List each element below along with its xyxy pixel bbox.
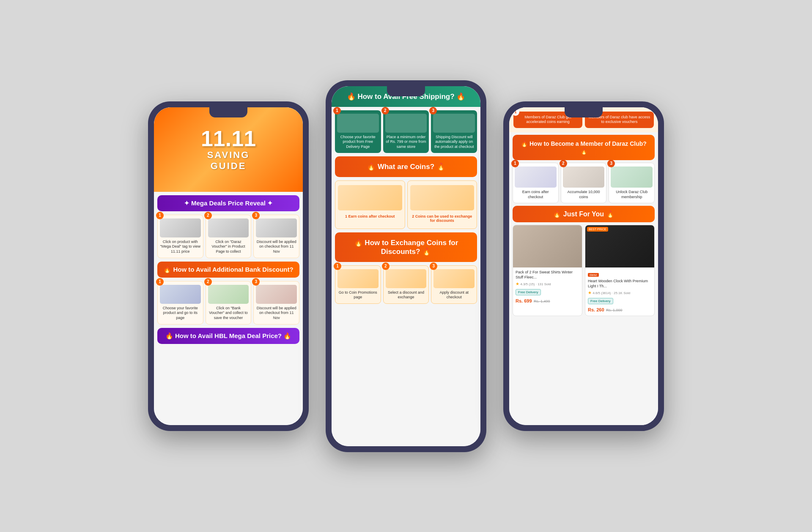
shipping-step-text-1: Choose your favorite product from Free D…: [337, 135, 379, 150]
phone-right: 1 Members of Daraz Club get accelerated …: [503, 101, 664, 431]
just-for-you-text: 🔥 Just For You 🔥: [553, 210, 614, 218]
daraz-badge-wrapper: daraz: [588, 270, 652, 278]
shipping-step-img-2: [385, 114, 427, 133]
product-img-1: [513, 225, 582, 267]
exchange-step-text-1: Go to Coin Promotions page: [337, 290, 379, 300]
mega-deals-banner: ✦ Mega Deals Price Reveal ✦: [157, 195, 299, 211]
how-to-become-text: 🔥 How to Become a Member of Daraz Club? …: [521, 140, 647, 155]
step-text-2: Click on "Daraz Voucher" in Product Page…: [208, 240, 249, 254]
exchange-step-img-3: [433, 269, 475, 288]
hbl-title: 🔥 How to Avail HBL Mega Deal Price? 🔥: [165, 332, 291, 340]
product-title-1: Pack of 2 For Sweat Shirts Winter Stuff …: [516, 270, 579, 280]
notch-left: [209, 107, 247, 117]
product-price-2: Rs. 260: [588, 307, 604, 312]
exchange-step-3: 3 Apply discount at checkout: [431, 265, 477, 304]
bank-step-1: 1 Choose your favorite product and go to…: [157, 281, 203, 325]
step-box-3: 3 Discount will be applied on checkout f…: [253, 215, 299, 258]
bank-step-text-3: Discount will be applied on checkout fro…: [256, 306, 297, 321]
coin-img-2: [410, 185, 475, 210]
phone-center: 🔥 How to Avail Free Shipping? 🔥 1 Choose…: [326, 80, 486, 452]
product-info-2: daraz Heart Wooden Clock With Premium Li…: [585, 267, 654, 315]
just-for-you-banner: 🔥 Just For You 🔥: [513, 206, 655, 222]
exchange-step-text-2: Select a discount and exchange: [386, 290, 427, 300]
screen-center: 🔥 How to Avail Free Shipping? 🔥 1 Choose…: [332, 86, 480, 446]
bank-discount-banner: 🔥 How to Avail Additional Bank Discount?: [157, 262, 299, 278]
become-step-3: 3 Unlock Daraz Club membership: [609, 163, 655, 203]
bank-step-img-2: [208, 285, 249, 304]
screen-left: 11.11 SAVING GUIDE ✦ Mega Deals Price Re…: [154, 107, 303, 425]
free-delivery-1: Free Delivery: [516, 289, 541, 295]
exchange-step-num-2: 2: [382, 262, 390, 270]
coin-img-1: [338, 185, 402, 210]
bank-step-num-2: 2: [204, 278, 212, 286]
product-img-2: BEST PRICE: [585, 225, 654, 267]
bank-step-3: 3 Discount will be applied on checkout f…: [253, 281, 299, 325]
exchange-banner: 🔥 How to Exchange Coins for Discounts? 🔥: [335, 232, 477, 262]
shipping-step-img-1: [337, 114, 379, 133]
become-step-img-2: [563, 166, 605, 188]
step-text-3: Discount will be applied on checkout fro…: [256, 240, 297, 254]
bank-step-num-1: 1: [156, 278, 164, 286]
step-box-1: 1 Click on product with "Mega Deal" tag …: [157, 215, 203, 258]
mega-deal-steps: 1 Click on product with "Mega Deal" tag …: [157, 215, 299, 258]
center-content: 🔥 How to Avail Free Shipping? 🔥 1 Choose…: [332, 86, 480, 446]
coin-label-1: 1 Earn coins after checkout: [338, 213, 402, 220]
product-title-2: Heart Wooden Clock With Premium Light I …: [588, 279, 652, 289]
sold-text-2: 25.1K Sold: [614, 291, 630, 295]
product-rating-2: ★ 4.6/5 (3614) · 25.1K Sold: [588, 290, 652, 295]
become-step-img-3: [611, 166, 653, 188]
hero-line2: GUIDE: [201, 161, 256, 172]
notch-center: [387, 86, 425, 96]
coin-box-2: 2 Coins can be used to exchange for disc…: [407, 180, 477, 229]
notch-right: [565, 107, 603, 117]
price-row-1: Rs. 699 Rs. 1,499: [516, 297, 579, 304]
coins-banner: 🔥 What are Coins? 🔥: [335, 156, 477, 177]
shipping-steps-row: 1 Choose your favorite product from Free…: [335, 110, 477, 153]
bank-discount-steps: 1 Choose your favorite product and go to…: [157, 281, 299, 325]
exchange-title: 🔥 How to Exchange Coins for Discounts? 🔥: [354, 239, 458, 256]
coin-box-1: 1 Earn coins after checkout: [335, 180, 405, 229]
screen-right: 1 Members of Daraz Club get accelerated …: [509, 107, 658, 425]
become-step-text-3: Unlock Daraz Club membership: [611, 190, 653, 199]
product-old-price-2: Rs. 1,000: [606, 308, 623, 312]
step-num-3: 3: [252, 212, 260, 219]
bank-step-2: 2 Click on "Bank Voucher" and collect to…: [206, 281, 252, 325]
shipping-step-text-3: Shipping Discount will automatically app…: [433, 135, 475, 150]
product-rating-1: ★ 4.3/5 (15) · 131 Sold: [516, 281, 579, 286]
step-text-1: Click on product with "Mega Deal" tag to…: [160, 240, 201, 254]
become-steps-row: 1 Earn coins after checkout 2 Accumulate…: [513, 163, 655, 203]
shipping-step-num-3: 3: [429, 107, 437, 115]
become-step-1: 1 Earn coins after checkout: [513, 163, 559, 203]
exchange-step-1: 1 Go to Coin Promotions page: [335, 265, 381, 304]
bank-step-text-1: Choose your favorite product and go to i…: [160, 306, 201, 321]
shipping-step-1: 1 Choose your favorite product from Free…: [335, 110, 381, 153]
shipping-step-img-3: [433, 114, 475, 133]
coins-steps-row: 1 Earn coins after checkout 2 Coins can …: [335, 180, 477, 229]
mega-deals-title: ✦ Mega Deals Price Reveal ✦: [184, 199, 273, 207]
hero-line1: SAVING: [201, 150, 256, 161]
product-card-2[interactable]: BEST PRICE daraz Heart Wooden Clock With…: [585, 225, 655, 316]
step-num-2: 2: [204, 212, 212, 219]
rating-text-1: 4.3/5 (15): [520, 282, 535, 286]
free-delivery-2: Free Delivery: [588, 298, 613, 304]
exchange-steps-row: 1 Go to Coin Promotions page 2 Select a …: [335, 265, 477, 304]
product-price-1: Rs. 699: [516, 298, 532, 303]
best-price-badge: BEST PRICE: [587, 227, 608, 232]
shipping-step-2: 2 Place a minimum order of Rs. 799 or mo…: [383, 110, 429, 153]
stars-2: ★: [588, 290, 592, 295]
product-card-1[interactable]: Pack of 2 For Sweat Shirts Winter Stuff …: [513, 225, 582, 316]
stars-1: ★: [516, 281, 519, 286]
club-info-num-1: 1: [512, 108, 519, 116]
rating-text-2: 4.6/5 (3614): [593, 291, 611, 295]
left-hero: 11.11 SAVING GUIDE: [154, 107, 303, 192]
become-step-img-1: [515, 166, 557, 188]
shipping-step-3: 3 Shipping Discount will automatically a…: [431, 110, 477, 153]
sold-text-1: 131 Sold: [538, 282, 551, 286]
step-img-2: [208, 218, 249, 237]
scene: 11.11 SAVING GUIDE ✦ Mega Deals Price Re…: [0, 0, 812, 532]
exchange-step-2: 2 Select a discount and exchange: [383, 265, 429, 304]
become-step-num-2: 2: [560, 160, 567, 167]
bank-step-num-3: 3: [252, 278, 260, 286]
become-step-text-1: Earn coins after checkout: [515, 190, 557, 199]
bank-step-img-3: [256, 285, 297, 304]
